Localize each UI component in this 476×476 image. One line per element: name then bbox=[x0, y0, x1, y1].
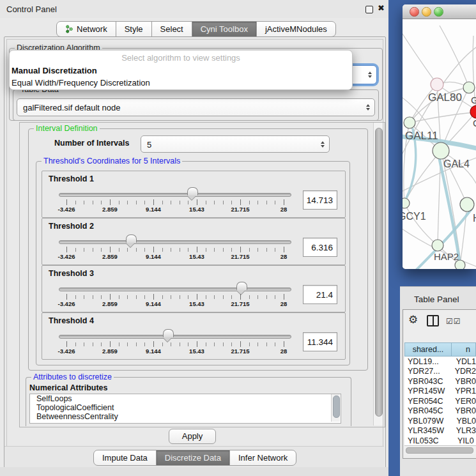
attribute-list-item[interactable]: BetweennessCentrality bbox=[30, 412, 341, 421]
network-node[interactable] bbox=[431, 78, 443, 91]
table-row[interactable]: YPR145WYPR1 bbox=[404, 387, 476, 397]
tab-jactivemnodules[interactable]: jActiveMNodules bbox=[256, 21, 336, 37]
cell-name[interactable]: YER0 bbox=[450, 397, 476, 406]
table-rows: YDL19...YDL1YDR27...YDR2YBR043CYBR0YPR14… bbox=[404, 357, 476, 446]
cell-shared-name[interactable]: YIL053C bbox=[404, 436, 452, 445]
cell-shared-name[interactable]: YBR045C bbox=[404, 406, 450, 415]
settings-vertical-scrollbar-thumb[interactable] bbox=[375, 128, 383, 417]
column-checkboxes-icon[interactable]: ☑☑ bbox=[446, 317, 461, 326]
cell-shared-name[interactable]: YLR345W bbox=[404, 426, 451, 435]
cell-name[interactable]: YIL0 bbox=[452, 436, 474, 445]
table-row[interactable]: YIL053CYIL0 bbox=[404, 436, 476, 446]
slider-thumb[interactable] bbox=[236, 282, 247, 290]
tab-infer-network[interactable]: Infer Network bbox=[229, 450, 296, 466]
major-tick bbox=[240, 341, 241, 347]
cell-shared-name[interactable]: YER054C bbox=[404, 397, 450, 406]
threshold-slider[interactable]: -3.4262.8599.14415.4321.71528 bbox=[42, 219, 345, 265]
network-window[interactable]: GAL80GACGAL11GAL4GCY1HHAP2 bbox=[403, 4, 476, 269]
numerical-attributes-list[interactable]: SelfLoopsTopologicalCoefficientBetweenne… bbox=[29, 394, 341, 424]
network-window-titlebar[interactable] bbox=[403, 4, 476, 19]
gear-icon[interactable]: ⚙ bbox=[408, 314, 418, 325]
table-row[interactable]: YBR045CYBR0 bbox=[404, 406, 476, 417]
tab-discretize-data[interactable]: Discretize Data bbox=[156, 450, 230, 466]
network-node[interactable] bbox=[460, 197, 474, 211]
table-row[interactable]: YBR043CYBR0 bbox=[404, 376, 476, 387]
cell-name[interactable]: YBR0 bbox=[450, 377, 476, 386]
tick-label: 15.43 bbox=[189, 206, 204, 213]
cell-name[interactable]: YBR0 bbox=[450, 406, 476, 415]
attribute-list-item[interactable]: TopologicalCoefficient bbox=[30, 403, 341, 412]
apply-button[interactable]: Apply bbox=[169, 429, 216, 444]
zoom-traffic-light-icon[interactable] bbox=[434, 7, 443, 17]
slider-ticks bbox=[66, 201, 284, 204]
dropdown-placeholder-item[interactable]: Select algorithm to view settings bbox=[10, 52, 352, 65]
network-node[interactable] bbox=[404, 117, 415, 128]
dropdown-item-manual-discretization[interactable]: Manual Discretization bbox=[10, 65, 352, 77]
cell-name[interactable]: YBL0 bbox=[451, 417, 476, 426]
column-header-shared-name[interactable]: shared... bbox=[404, 342, 452, 357]
cell-name[interactable]: YDR2 bbox=[450, 367, 476, 376]
tab-select[interactable]: Select bbox=[151, 21, 192, 37]
table-row[interactable]: YBL079WYBL0 bbox=[404, 416, 476, 426]
minimize-traffic-light-icon[interactable] bbox=[422, 7, 431, 17]
cell-shared-name[interactable]: YBR043C bbox=[404, 377, 450, 386]
threshold-slider[interactable]: -3.4262.8599.14415.4321.71528 bbox=[42, 171, 345, 217]
threshold-panel-2: Threshold 2-3.4262.8599.14415.4321.71528… bbox=[42, 218, 346, 265]
slider-thumb[interactable] bbox=[126, 234, 137, 243]
network-node[interactable] bbox=[433, 142, 449, 159]
float-panel-icon[interactable] bbox=[365, 6, 373, 13]
threshold-slider[interactable]: -3.4262.8599.14415.4321.71528 bbox=[42, 266, 345, 312]
table-data-combobox[interactable]: galFiltered.sif default node bbox=[17, 98, 375, 116]
tab-impute-data[interactable]: Impute Data bbox=[93, 450, 157, 466]
tab-network[interactable]: Network bbox=[56, 21, 116, 37]
table-row[interactable]: YDR27...YDR2 bbox=[404, 367, 476, 377]
cell-shared-name[interactable]: YPR145W bbox=[404, 387, 450, 395]
threshold-slider[interactable]: -3.4262.8599.14415.4321.71528 bbox=[42, 313, 345, 359]
table-header-row: shared... n bbox=[404, 342, 476, 357]
network-node[interactable] bbox=[403, 198, 410, 208]
attributes-list-scrollbar[interactable] bbox=[331, 394, 340, 422]
thresholds-group-title: Threshold's Coordinates for 5 Intervals bbox=[42, 157, 182, 166]
attributes-list-scrollbar-thumb[interactable] bbox=[333, 395, 340, 418]
split-panel-icon[interactable] bbox=[427, 315, 439, 326]
table-row[interactable]: YER054CYER0 bbox=[404, 396, 476, 406]
table-row[interactable]: YDL19...YDL1 bbox=[404, 357, 476, 367]
close-traffic-light-icon[interactable] bbox=[410, 7, 419, 17]
cell-name[interactable]: YLR3 bbox=[451, 426, 476, 435]
cell-name[interactable]: YDL1 bbox=[451, 357, 476, 366]
combo-arrows-icon bbox=[368, 70, 372, 80]
cell-shared-name[interactable]: YDL19... bbox=[404, 357, 451, 366]
number-of-intervals-combobox[interactable]: 5 bbox=[141, 135, 330, 153]
cell-shared-name[interactable]: YDR27... bbox=[404, 367, 450, 376]
slider-thumb[interactable] bbox=[187, 187, 198, 196]
node-label: GAL80 bbox=[428, 91, 462, 104]
cell-name[interactable]: YPR1 bbox=[450, 387, 476, 395]
slider-track bbox=[59, 335, 291, 339]
threshold-value-field[interactable]: 21.4 bbox=[303, 285, 337, 304]
column-header-name[interactable]: n bbox=[452, 342, 476, 357]
table-horizontal-scrollbar[interactable] bbox=[404, 445, 476, 454]
cell-shared-name[interactable]: YBL079W bbox=[404, 417, 451, 426]
threshold-value-field[interactable]: 11.344 bbox=[303, 332, 337, 351]
settings-vertical-scrollbar[interactable] bbox=[373, 123, 383, 426]
major-tick bbox=[153, 199, 154, 205]
table-row[interactable]: YLR345WYLR3 bbox=[404, 426, 476, 436]
tab-style[interactable]: Style bbox=[116, 21, 152, 37]
attribute-list-item[interactable]: SelfLoops bbox=[30, 394, 341, 403]
tab-cyni-toolbox[interactable]: Cyni Toolbox bbox=[192, 21, 257, 37]
tick-label: -3.426 bbox=[58, 253, 75, 260]
network-node[interactable] bbox=[470, 105, 476, 118]
threshold-value-field[interactable]: 6.316 bbox=[303, 238, 337, 257]
network-node[interactable] bbox=[432, 240, 443, 251]
slider-thumb[interactable] bbox=[163, 329, 174, 337]
dropdown-item-equal-width-frequency[interactable]: Equal Width/Frequency Discretization bbox=[10, 77, 352, 89]
slider-track bbox=[59, 288, 291, 291]
threshold-value-field[interactable]: 14.713 bbox=[303, 190, 337, 210]
network-node[interactable] bbox=[463, 82, 475, 93]
table-horizontal-scrollbar-thumb[interactable] bbox=[406, 447, 473, 454]
network-canvas[interactable]: GAL80GACGAL11GAL4GCY1HHAP2 bbox=[403, 19, 476, 269]
number-of-intervals-label: Number of Intervals bbox=[54, 139, 129, 148]
node-label: GCY1 bbox=[403, 211, 426, 222]
close-panel-icon[interactable]: ✖ bbox=[378, 3, 385, 13]
major-tick bbox=[197, 247, 197, 252]
